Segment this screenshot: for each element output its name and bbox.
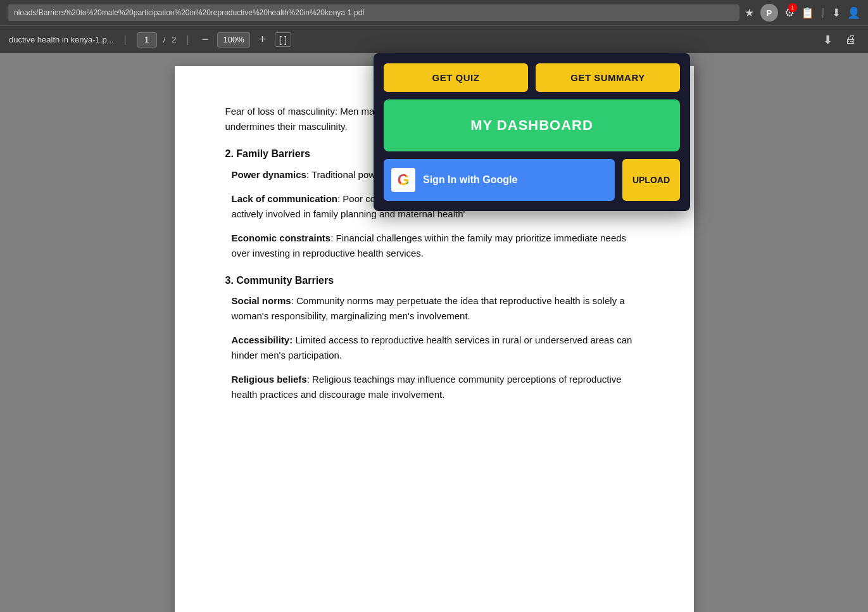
zoom-in-button[interactable]: + [256,33,268,46]
religious-section: Religious beliefs: Religious teachings m… [225,372,643,402]
economic-label: Economic constraints [232,233,331,243]
page-total: 2 [172,35,176,44]
economic-section: Economic constraints: Financial challeng… [225,231,643,261]
social-norms-label: Social norms [232,295,291,306]
page-separator: / [163,35,166,44]
download-icon[interactable]: ⬇ [832,6,841,20]
pdf-filename: ductive health in kenya-1.p... [9,35,114,44]
power-dynamics-label: Power dynamics [232,169,306,180]
pdf-toolbar: ductive health in kenya-1.p... | / 2 | −… [0,25,868,53]
popup-top-row: GET QUIZ GET SUMMARY [384,63,680,92]
toolbar-print-button[interactable]: 🖨 [843,33,859,46]
browser-chrome: nloads/Barriers%20to%20male%20participat… [0,0,868,25]
browser-icons: ★ P ⚙ 1 📋 | ⬇ 👤 [745,4,860,22]
lack-comm-label: Lack of communication [232,193,338,204]
zoom-out-button[interactable]: − [199,33,211,46]
signin-google-label: Sign In with Google [423,174,517,186]
url-text: nloads/Barriers%20to%20male%20participat… [14,8,365,17]
religious-label: Religious beliefs [232,374,307,385]
page-number-input[interactable] [137,32,157,48]
popup-bottom-row: G Sign In with Google UPLOAD [384,159,680,201]
accessibility-label: Accessibility: [232,335,293,345]
get-quiz-button[interactable]: GET QUIZ [384,63,528,92]
extension-icon[interactable]: ⚙ 1 [784,6,795,20]
upload-button[interactable]: UPLOAD [622,159,680,201]
signin-google-button[interactable]: G Sign In with Google [384,159,615,201]
get-summary-button[interactable]: GET SUMMARY [536,63,680,92]
toolbar-download-button[interactable]: ⬇ [821,33,835,47]
star-icon[interactable]: ★ [745,6,754,20]
social-norms-section: Social norms: Community norms may perpet… [225,293,643,324]
fit-page-button[interactable]: [ ] [275,32,292,47]
avatar[interactable]: P [760,4,778,22]
economic-text: Economic constraints: Financial challeng… [232,231,643,261]
extension-popup: GET QUIZ GET SUMMARY MY DASHBOARD G Sign… [374,53,690,211]
social-norms-text: Social norms: Community norms may perpet… [232,293,643,324]
religious-text: Religious beliefs: Religious teachings m… [232,372,643,402]
profile-icon[interactable]: 👤 [847,6,860,20]
notif-badge: 1 [788,3,797,12]
my-dashboard-button[interactable]: MY DASHBOARD [384,99,680,151]
toolbar-right: ⬇ 🖨 [821,33,859,47]
google-g-icon: G [398,171,410,189]
url-bar[interactable]: nloads/Barriers%20to%20male%20participat… [8,4,739,21]
accessibility-section: Accessibility: Limited access to reprodu… [225,333,643,363]
zoom-input[interactable] [217,32,250,48]
google-logo: G [391,168,415,192]
section3-heading: 3. Community Barriers [225,272,643,289]
accessibility-text: Accessibility: Limited access to reprodu… [232,333,643,363]
clipboard-icon[interactable]: 📋 [801,6,814,20]
